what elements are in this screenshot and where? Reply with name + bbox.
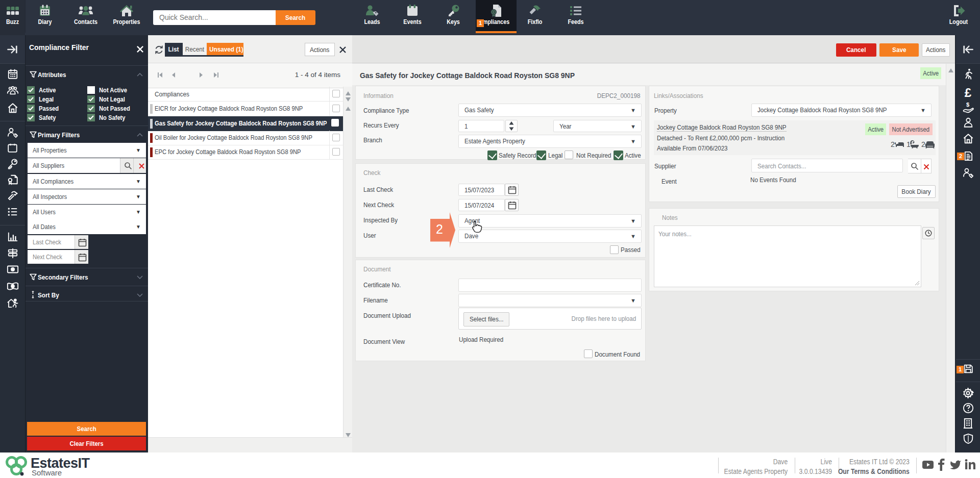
svg-text:$: $: [966, 102, 969, 108]
svg-text:2: 2: [436, 222, 443, 236]
svg-text:2: 2: [921, 140, 925, 148]
svg-text:2: 2: [891, 140, 895, 148]
svg-text:1: 1: [906, 140, 911, 148]
